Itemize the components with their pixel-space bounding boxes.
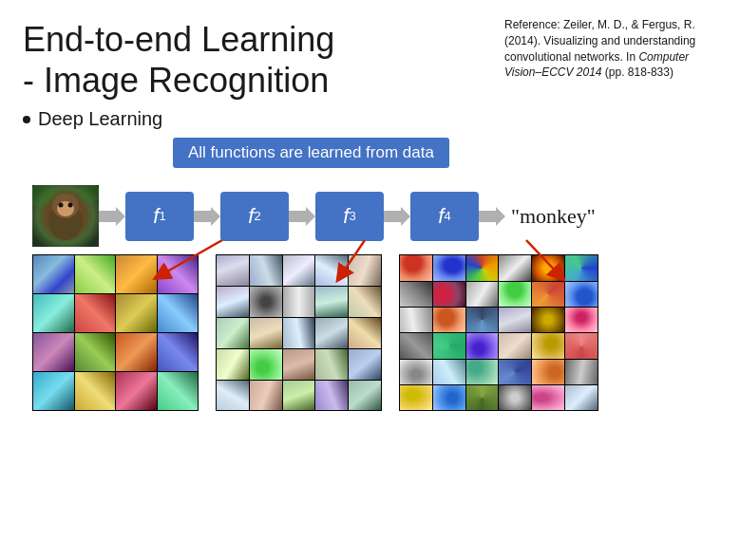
- cell: [400, 360, 432, 384]
- cell: [499, 308, 531, 332]
- cell: [466, 360, 499, 384]
- cell: [116, 255, 157, 293]
- cell: [217, 255, 249, 286]
- cell: [565, 385, 598, 410]
- title-line2: - Image Recognition: [23, 61, 329, 100]
- cell: [433, 333, 465, 358]
- cell: [75, 333, 116, 371]
- cell: [499, 255, 531, 280]
- cell: [116, 333, 157, 371]
- cell: [217, 318, 249, 348]
- output-label: "monkey": [511, 204, 596, 229]
- cell: [349, 287, 381, 317]
- bullet-text: Deep Learning: [38, 108, 162, 130]
- arrow-2: [194, 205, 220, 228]
- pipeline-wrapper: All functions are learned from data: [23, 138, 717, 247]
- cell: [250, 287, 282, 317]
- cell: [466, 333, 499, 358]
- cell: [75, 294, 116, 332]
- cell: [433, 360, 465, 384]
- banner-text: All functions are learned from data: [188, 143, 434, 161]
- cell: [33, 294, 74, 332]
- arrow-4: [384, 205, 410, 228]
- cell: [158, 255, 199, 293]
- cell: [349, 381, 381, 411]
- cell: [565, 255, 598, 280]
- cell: [400, 308, 432, 332]
- svg-marker-5: [289, 207, 315, 226]
- cell: [400, 385, 432, 410]
- title-line1: End-to-end Learning: [23, 20, 334, 59]
- cell: [75, 255, 116, 293]
- cell: [532, 282, 564, 307]
- cell: [532, 333, 564, 358]
- cell: [283, 349, 315, 380]
- cell: [158, 333, 199, 371]
- cell: [158, 372, 199, 410]
- function-box-2: f2: [220, 192, 289, 241]
- cell: [217, 381, 249, 411]
- arrow-5: [479, 205, 505, 228]
- cell: [499, 282, 531, 307]
- cell: [400, 333, 432, 358]
- cell: [466, 282, 499, 307]
- feature-grid-2: [216, 254, 382, 411]
- function-box-4: f4: [410, 192, 479, 241]
- pipeline-flow: f1 f2 f3 f4: [23, 185, 717, 247]
- banner-row: All functions are learned from data: [23, 138, 717, 177]
- cell: [565, 308, 598, 332]
- cell: [349, 318, 381, 348]
- feature-maps-row: [23, 254, 717, 411]
- cell: [400, 255, 432, 280]
- cell: [349, 255, 381, 286]
- cell: [433, 255, 465, 280]
- cell: [532, 255, 564, 280]
- function-box-1: f1: [125, 192, 194, 241]
- cell: [33, 372, 74, 410]
- cell: [349, 349, 381, 380]
- feature-maps-section: [23, 254, 717, 411]
- svg-marker-4: [194, 207, 220, 226]
- cell: [315, 349, 348, 380]
- cell: [565, 360, 598, 384]
- cell: [33, 333, 74, 371]
- svg-marker-3: [99, 207, 125, 226]
- cell: [283, 255, 315, 286]
- cell: [433, 308, 465, 332]
- function-box-3: f3: [315, 192, 384, 241]
- bullet-section: Deep Learning: [23, 108, 717, 130]
- bullet-deep-learning: Deep Learning: [23, 108, 717, 130]
- cell: [433, 385, 465, 410]
- cell: [499, 360, 531, 384]
- cell: [400, 282, 432, 307]
- output-text: "monkey": [511, 204, 596, 228]
- cell: [283, 381, 315, 411]
- cell: [532, 385, 564, 410]
- cell: [565, 282, 598, 307]
- cell: [217, 287, 249, 317]
- cell: [315, 381, 348, 411]
- cell: [116, 372, 157, 410]
- cell: [250, 318, 282, 348]
- slide-container: Reference: Zeiler, M. D., & Fergus, R. (…: [0, 0, 740, 560]
- cell: [499, 333, 531, 358]
- learned-functions-banner: All functions are learned from data: [173, 138, 449, 168]
- cell: [158, 294, 199, 332]
- cell: [315, 255, 348, 286]
- cell: [466, 308, 499, 332]
- monkey-image: [32, 185, 99, 247]
- cell: [283, 287, 315, 317]
- feature-grid-3: [399, 254, 598, 411]
- cell: [250, 349, 282, 380]
- cell: [217, 349, 249, 380]
- cell: [532, 308, 564, 332]
- slide-title: End-to-end Learning - Image Recognition: [23, 19, 479, 101]
- svg-marker-7: [479, 207, 505, 226]
- cell: [116, 294, 157, 332]
- cell: [250, 381, 282, 411]
- cell: [499, 385, 531, 410]
- svg-marker-6: [384, 207, 410, 226]
- cell: [75, 372, 116, 410]
- reference-box: Reference: Zeiler, M. D., & Fergus, R. (…: [504, 17, 723, 81]
- cell: [466, 385, 499, 410]
